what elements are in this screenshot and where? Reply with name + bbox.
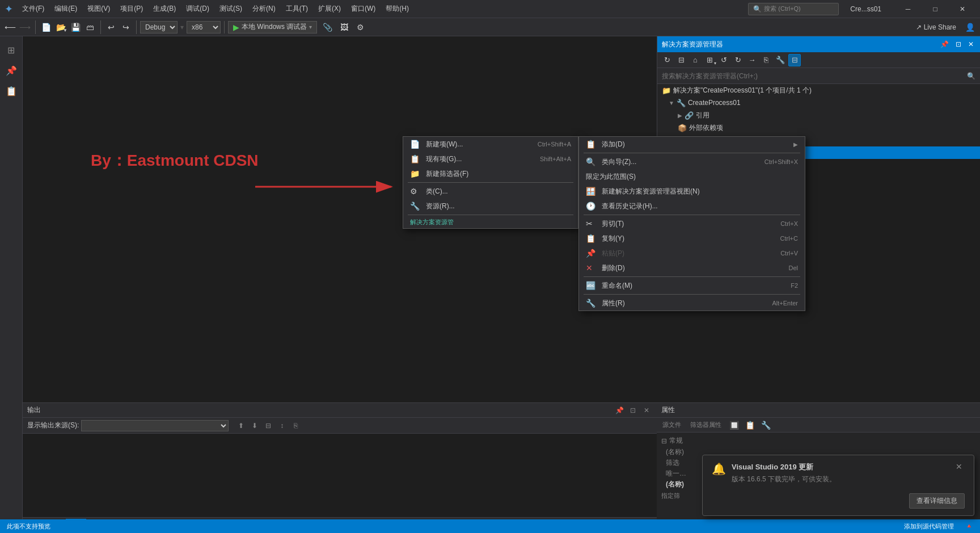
output-close-icon[interactable]: ✕ — [641, 405, 652, 416]
ctx2-add[interactable]: 📋 添加(D) ▶ — [579, 137, 805, 152]
extra-button[interactable]: ⚙ — [353, 20, 367, 34]
menu-tools[interactable]: 工具(T) — [281, 2, 312, 16]
ctx2-properties[interactable]: 🔧 属性(R) Alt+Enter — [579, 296, 805, 310]
status-alert-icon[interactable]: 🔺 — [963, 522, 975, 531]
menu-window[interactable]: 窗口(W) — [347, 2, 380, 16]
active-button[interactable]: ⊟ — [788, 54, 801, 66]
menu-view[interactable]: 视图(V) — [83, 2, 115, 16]
undo-button[interactable]: ↩ — [104, 20, 118, 34]
output-align-icon[interactable]: ⊟ — [263, 420, 274, 431]
ctx2-rename-shortcut: F2 — [791, 282, 798, 289]
sync-button[interactable]: ↻ — [661, 54, 673, 66]
filter-button[interactable]: ⊞▾ — [703, 54, 716, 66]
open-button[interactable]: 📂 ▼ — [54, 20, 67, 34]
arrow-button[interactable]: → — [746, 54, 758, 66]
status-preview[interactable]: 此项不支持预览 — [5, 522, 53, 531]
menu-debug[interactable]: 调试(D) — [181, 2, 214, 16]
menu-analyze[interactable]: 分析(N) — [248, 2, 280, 16]
ctx1-existing-item[interactable]: 📋 现有项(G)... Shift+Alt+A — [403, 152, 578, 166]
attach-button[interactable]: 📎 — [319, 20, 335, 34]
ctx1-resource[interactable]: 🔧 资源(R)... — [403, 199, 578, 213]
output-source-select[interactable] — [81, 420, 229, 431]
menu-build[interactable]: 生成(B) — [149, 2, 180, 16]
menu-help[interactable]: 帮助(H) — [381, 2, 413, 16]
ctx2-delete[interactable]: ✕ 删除(D) Del — [579, 261, 805, 275]
copy2-button[interactable]: ⎘ — [760, 54, 772, 66]
notif-close-button[interactable]: ✕ — [953, 462, 965, 471]
refresh2-button[interactable]: ↻ — [732, 54, 744, 66]
title-bar: ✦ 文件(F) 编辑(E) 视图(V) 项目(P) 生成(B) 调试(D) 测试… — [0, 0, 980, 18]
props-header: 属性 — [657, 403, 980, 418]
collapse-button[interactable]: ⊟ — [675, 54, 687, 66]
output-pin-icon[interactable]: 📌 — [614, 405, 625, 416]
output-up-icon[interactable]: ⬆ — [235, 420, 247, 431]
menu-test[interactable]: 测试(S) — [215, 2, 247, 16]
sidebar-icon-3[interactable]: 📋 — [2, 82, 20, 100]
run-button[interactable]: ▶ 本地 Windows 调试器 ▾ — [228, 21, 317, 33]
save-all-button[interactable]: 🗃 — [83, 20, 97, 34]
global-search[interactable]: 🔍 搜索 (Ctrl+Q) — [748, 3, 839, 15]
config-select[interactable]: Debug — [140, 21, 178, 33]
ctx1-class[interactable]: ⚙ 类(C)... — [403, 184, 578, 199]
status-source-control[interactable]: 添加到源代码管理 — [902, 522, 956, 531]
properties2-button[interactable]: 🔧 — [774, 54, 787, 66]
menu-file[interactable]: 文件(F) — [18, 2, 49, 16]
tree-project[interactable]: ▼ 🔧 CreateProcess01 — [657, 96, 980, 109]
tree-ext-deps[interactable]: 📦 外部依赖项 — [657, 121, 980, 134]
menu-edit[interactable]: 编辑(E) — [50, 2, 82, 16]
ctx2-history[interactable]: 🕐 查看历史记录(H)... — [579, 199, 805, 213]
save-button[interactable]: 💾 — [69, 20, 82, 34]
menu-project[interactable]: 项目(P) — [116, 2, 147, 16]
tree-solution[interactable]: 📁 解决方案"CreateProcess01"(1 个项目/共 1 个) — [657, 84, 980, 96]
props-icon-1[interactable]: 🔲 — [727, 418, 741, 432]
notif-details-button[interactable]: 查看详细信息 — [909, 493, 965, 509]
output-down-icon[interactable]: ⬇ — [249, 420, 260, 431]
output-copy-icon[interactable]: ⎘ — [290, 420, 301, 431]
arch-select[interactable]: x86 — [187, 21, 221, 33]
output-dock-icon[interactable]: ⊡ — [627, 405, 639, 416]
search-panel-icon[interactable]: 🔍 — [967, 72, 975, 80]
activity-bar: ⊞ 📌 📋 — [0, 36, 23, 519]
sidebar-icon-1[interactable]: ⊞ — [2, 41, 20, 59]
menu-extensions[interactable]: 扩展(X) — [314, 2, 345, 16]
back-button[interactable]: ⟵ — [3, 20, 17, 34]
search-icon: 🔍 — [753, 5, 762, 13]
account-button[interactable]: 👤 — [963, 20, 977, 34]
ctx2-cut-shortcut: Ctrl+X — [780, 220, 798, 227]
ctx2-copy[interactable]: 📋 复制(Y) Ctrl+C — [579, 231, 805, 246]
ctx1-new-icon: 📄 — [410, 140, 421, 149]
minimize-button[interactable]: ─ — [895, 0, 921, 18]
output-wrap-icon[interactable]: ↕ — [276, 420, 288, 431]
home-button[interactable]: ⌂ — [689, 54, 702, 66]
project-label: CreateProcess01 — [688, 99, 741, 107]
liveshare-button[interactable]: ↗ Live Share — [911, 22, 961, 32]
ctx1-new-filter[interactable]: 📁 新建筛选器(F) — [403, 166, 578, 181]
ctx2-paste-icon: 📌 — [586, 249, 597, 258]
tree-references[interactable]: ▶ 🔗 引用 — [657, 109, 980, 121]
forward-button[interactable]: ⟶ — [18, 20, 32, 34]
ctx2-wizard-icon: 🔍 — [586, 157, 597, 166]
ctx2-cut[interactable]: ✂ 剪切(T) Ctrl+X — [579, 216, 805, 231]
close-panel-button[interactable]: ✕ — [966, 40, 975, 49]
solution-search-input[interactable] — [662, 72, 967, 80]
screenshot-button[interactable]: 🖼 — [337, 20, 351, 34]
maximize-button[interactable]: □ — [922, 0, 948, 18]
new-file-button[interactable]: 📄 — [39, 20, 53, 34]
sidebar-icon-2[interactable]: 📌 — [2, 61, 20, 79]
ctx1-new-item[interactable]: 📄 新建项(W)... Ctrl+Shift+A — [403, 137, 578, 152]
play-icon: ▶ — [233, 23, 239, 32]
close-button[interactable]: ✕ — [949, 0, 975, 18]
ctx2-class-wizard[interactable]: 🔍 类向导(Z)... Ctrl+Shift+X — [579, 154, 805, 169]
ctx2-rename[interactable]: 🔤 重命名(M) F2 — [579, 278, 805, 293]
redo-button[interactable]: ↪ — [119, 20, 133, 34]
toolbar-history-group: ↩ ↪ — [104, 20, 137, 34]
ctx2-new-view[interactable]: 🪟 新建解决方案资源管理器视图(N) — [579, 184, 805, 199]
ctx2-paste[interactable]: 📌 粘贴(P) Ctrl+V — [579, 246, 805, 261]
dock-button[interactable]: ⊡ — [954, 40, 963, 49]
ctx2-scope[interactable]: 限定为此范围(S) — [579, 169, 805, 184]
props-icon-3[interactable]: 🔧 — [759, 418, 772, 432]
history-button[interactable]: ↺ — [717, 54, 730, 66]
props-icon-2[interactable]: 📋 — [743, 418, 757, 432]
pin-button[interactable]: 📌 — [939, 40, 951, 49]
output-source-label: 显示输出来源(S): — [27, 421, 79, 430]
